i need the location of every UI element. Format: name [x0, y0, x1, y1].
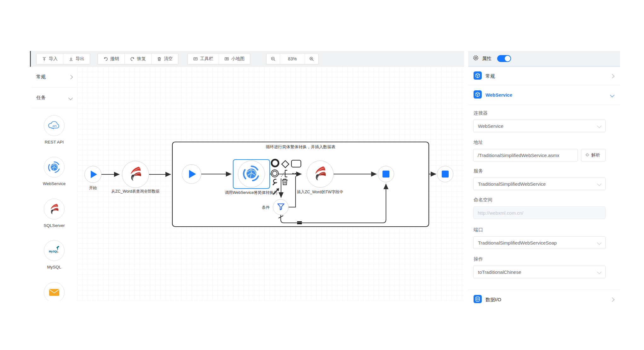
parse-label: 解析 — [591, 152, 600, 158]
node-inner-stop[interactable] — [378, 166, 394, 182]
node-inner-start[interactable] — [182, 164, 201, 184]
zoom-in-icon — [309, 56, 314, 61]
minimap-icon — [224, 57, 229, 61]
history-group: 撤销 恢复 清空 — [98, 53, 178, 65]
sidebar-item-label: SQLServer — [31, 223, 77, 228]
filter-icon — [277, 202, 285, 212]
node-outer-stop[interactable] — [437, 166, 453, 182]
sidebar-item-label: REST API — [31, 140, 77, 144]
toolbox-button[interactable]: 工具栏 — [188, 54, 219, 64]
clear-button[interactable]: 清空 — [151, 54, 178, 64]
sidebar-item-webservice[interactable]: WebService — [31, 157, 77, 186]
webservice-icon — [44, 157, 65, 178]
section-general-label: 常规 — [486, 73, 607, 79]
connector-select[interactable]: WebService — [473, 120, 606, 132]
cube-icon — [474, 71, 482, 81]
sidebar-item-sqlserver[interactable]: SQLServer — [31, 199, 77, 228]
properties-toggle[interactable] — [497, 55, 511, 62]
chevron-down-icon — [597, 182, 601, 186]
sidebar-group-general-label: 常规 — [36, 74, 69, 80]
chevron-right-icon — [68, 75, 73, 79]
sidebar-item-label: MySQL — [31, 265, 77, 269]
service-value: TraditionalSimplifiedWebService — [478, 181, 598, 187]
svg-text:API: API — [52, 125, 56, 127]
node-insert-sqlserver[interactable] — [307, 161, 334, 188]
toolbox-icon — [193, 57, 198, 61]
zoom-out-button[interactable] — [267, 54, 280, 64]
sidebar-item-mail[interactable] — [31, 282, 77, 301]
upload-icon — [42, 57, 47, 61]
redo-icon — [130, 57, 135, 61]
chevron-down-icon — [68, 95, 73, 100]
node-condition[interactable] — [273, 199, 289, 215]
toolbox-label: 工具栏 — [200, 56, 213, 62]
node-query-sqlserver[interactable] — [122, 161, 149, 188]
service-label: 服务 — [474, 168, 483, 174]
chevron-down-icon — [597, 124, 601, 128]
node-webservice-call[interactable] — [238, 161, 265, 188]
section-data-io[interactable]: 数据I/O — [468, 290, 620, 309]
cube-icon — [474, 90, 482, 100]
operation-select[interactable]: toTraditionalChinese — [473, 266, 606, 278]
component-sidebar: 常规 任务 API REST API WebService SQLServer — [31, 67, 78, 301]
zoom-level-display[interactable]: 83% — [280, 54, 305, 64]
node-label-insert: 插入ZC_Word的TW字段中 — [289, 189, 352, 195]
database-icon — [474, 295, 482, 304]
zoom-in-button[interactable] — [305, 54, 318, 64]
clear-label: 清空 — [164, 56, 173, 62]
gear-icon — [473, 55, 479, 62]
sqlserver-icon — [44, 199, 65, 219]
node-start[interactable] — [84, 166, 101, 183]
properties-title: 属性 — [482, 56, 492, 62]
port-label: 端口 — [474, 227, 483, 233]
address-input[interactable] — [473, 149, 578, 161]
address-label: 地址 — [474, 139, 483, 145]
sidebar-item-mysql[interactable]: MySQL MySQL — [31, 240, 77, 269]
section-data-io-label: 数据I/O — [486, 297, 607, 303]
operation-value: toTraditionalChinese — [478, 269, 598, 275]
namespace-input[interactable] — [473, 206, 606, 219]
sqlserver-icon — [127, 165, 144, 184]
sidebar-item-rest-api[interactable]: API REST API — [31, 115, 77, 144]
namespace-label: 命名空间 — [474, 197, 492, 203]
redo-button[interactable]: 恢复 — [124, 54, 151, 64]
export-label: 导出 — [76, 56, 84, 62]
app-root: 导入 导出 撤销 恢复 清空 工具栏 — [0, 0, 644, 350]
sidebar-group-tasks[interactable]: 任务 — [31, 88, 77, 108]
export-button[interactable]: 导出 — [63, 54, 90, 64]
webservice-icon — [242, 164, 261, 184]
download-icon — [69, 57, 73, 61]
port-select[interactable]: TraditionalSimplifiedWebServiceSoap — [473, 236, 606, 249]
undo-icon — [103, 57, 108, 61]
section-webservice[interactable]: WebService — [468, 85, 620, 105]
node-label-webservice: 调用WebService将简体转换为 — [212, 190, 290, 195]
sqlserver-icon — [311, 165, 329, 183]
content-edge-marker — [30, 51, 31, 67]
play-icon — [189, 170, 196, 178]
sidebar-item-label: WebService — [31, 181, 77, 186]
undo-label: 撤销 — [110, 56, 119, 62]
chevron-right-icon — [610, 297, 614, 302]
properties-header: 属性 — [468, 51, 620, 67]
minimap-label: 小地图 — [231, 56, 244, 62]
stop-icon — [382, 171, 389, 178]
loop-group-title[interactable]: 循环进行简体繁体转换，并插入数据表 — [253, 144, 348, 150]
section-general[interactable]: 常规 — [468, 67, 620, 85]
node-label-condition: 条件 — [252, 205, 270, 210]
node-label-start: 开始 — [80, 185, 106, 191]
spark-icon — [585, 153, 589, 158]
minimap-button[interactable]: 小地图 — [219, 54, 250, 64]
connector-label: 连接器 — [474, 110, 488, 116]
view-group: 工具栏 小地图 — [187, 53, 250, 65]
mail-icon — [44, 282, 65, 301]
parse-button[interactable]: 解析 — [581, 149, 606, 161]
undo-button[interactable]: 撤销 — [98, 54, 124, 64]
section-webservice-label: WebService — [486, 92, 607, 98]
sidebar-group-general[interactable]: 常规 — [31, 67, 77, 88]
port-value: TraditionalSimplifiedWebServiceSoap — [478, 240, 598, 246]
mysql-icon: MySQL — [44, 240, 65, 261]
service-select[interactable]: TraditionalSimplifiedWebService — [473, 178, 606, 190]
import-button[interactable]: 导入 — [37, 54, 63, 64]
trash-icon — [157, 57, 162, 61]
import-label: 导入 — [49, 56, 58, 62]
